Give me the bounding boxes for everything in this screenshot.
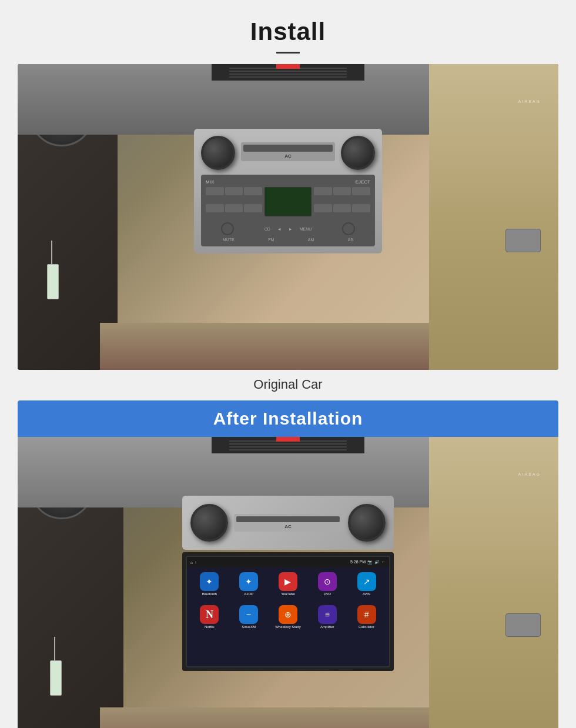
radio-display xyxy=(264,187,312,216)
ac-knob-left xyxy=(201,136,235,170)
time-display: 5:28 PM xyxy=(350,560,366,565)
hanging-tag-after xyxy=(50,660,62,696)
after-installation-banner: After Installation xyxy=(18,400,558,437)
red-accent xyxy=(276,64,300,69)
android-statusbar: ⌂ ↑ 5:28 PM 📷 🔊 ← xyxy=(187,557,389,567)
door-handle xyxy=(505,229,541,252)
gps-icon: ↑ xyxy=(195,560,197,565)
page-wrapper: Install 1208040 xyxy=(0,0,576,728)
radio-panel-orig: MIX EJECT xyxy=(201,175,375,246)
app-bluetooth[interactable]: ✦ Bluetooth xyxy=(192,572,227,596)
seicane-watermark: Seicane xyxy=(256,725,320,728)
camera-icon: 📷 xyxy=(367,560,373,565)
center-stack-after: AC ⌂ ↑ xyxy=(182,496,394,671)
after-installation-text: After Installation xyxy=(213,409,363,428)
app-wheelkey[interactable]: ⊕ Wheelkey Study xyxy=(270,605,306,629)
ac-panel-after: AC xyxy=(182,496,394,550)
tag-string xyxy=(51,241,52,264)
right-door-panel-after: AIRBAG xyxy=(429,437,558,728)
center-stack-orig: AC MIX EJECT xyxy=(194,129,382,253)
apps-grid-row2: N Netflix ~ SiriusXM ⊕ Wheelkey Study xyxy=(187,600,389,633)
tag-string-after xyxy=(54,637,55,660)
ac-knob-left-after xyxy=(190,504,228,542)
red-accent-after xyxy=(276,437,300,442)
ac-controls: AC xyxy=(201,136,375,170)
right-door-panel: AIRBAG xyxy=(429,64,558,370)
app-calculator[interactable]: # Calculator xyxy=(349,605,384,629)
ac-knob-right-after xyxy=(348,504,386,542)
ac-knob-right xyxy=(341,136,375,170)
ac-center: AC xyxy=(241,142,335,163)
page-title: Install xyxy=(250,18,326,46)
android-unit-bezel: ⌂ ↑ 5:28 PM 📷 🔊 ← xyxy=(182,552,394,671)
after-installation-image: 1208040 xyxy=(18,437,558,728)
floor xyxy=(100,323,429,370)
android-screen: ⌂ ↑ 5:28 PM 📷 🔊 ← xyxy=(186,556,390,667)
app-avin[interactable]: ↗ AVIN xyxy=(349,572,384,596)
airbag-label: AIRBAG xyxy=(518,99,541,103)
airbag-label-after: AIRBAG xyxy=(518,472,541,476)
app-sirius[interactable]: ~ SiriusXM xyxy=(231,605,267,629)
app-netflix[interactable]: N Netflix xyxy=(192,605,227,629)
hanging-tag xyxy=(47,264,59,299)
back-nav: ← xyxy=(381,560,386,565)
original-car-label: Original Car xyxy=(253,377,322,392)
app-youtube[interactable]: ▶ YouTube xyxy=(270,572,306,596)
home-icon: ⌂ xyxy=(190,560,193,565)
app-dvr[interactable]: ⊙ DVR xyxy=(309,572,345,596)
title-divider xyxy=(276,52,300,54)
door-handle-after xyxy=(505,613,541,637)
original-car-image: 1208040 xyxy=(18,64,558,370)
app-amplifier[interactable]: ≡ Amplifier xyxy=(309,605,345,629)
vol-icon: 🔊 xyxy=(374,560,380,565)
app-a2dp[interactable]: ✦ A2DP xyxy=(231,572,267,596)
apps-grid-row1: ✦ Bluetooth ✦ A2DP ▶ YouTube xyxy=(187,567,389,600)
